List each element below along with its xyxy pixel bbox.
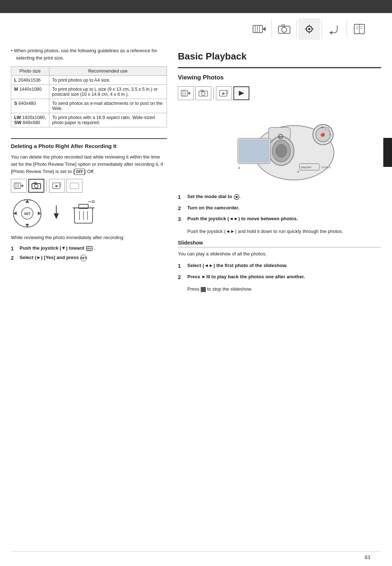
svg-marker-60 [188,92,190,95]
svg-marker-45 [54,213,59,219]
step-text-2: Select (►) [Yes] and press SET. [20,254,167,261]
left-column: When printing photos, use the following … [11,47,167,548]
top-bar [0,0,392,13]
icon-sep-1 [271,20,272,38]
svg-point-77 [276,144,287,157]
mode-icon-other [66,179,82,193]
table-cell-size: M 1440x1080 [11,85,49,99]
svg-rect-66 [201,90,203,91]
icon-sep-2 [297,20,297,38]
trash-svg [69,199,98,228]
svg-marker-1 [262,27,266,31]
table-cell-use: To print photos up to L size (9 x 13 cm,… [49,85,167,99]
svg-text:🔴: 🔴 [320,133,325,137]
delete-steps: 1 Push the joystick (▼) toward . 2 Selec… [11,245,167,262]
svg-rect-59 [181,90,188,96]
viewing-step-text-2: Turn on the camcorder. [187,204,381,212]
mode-icons-delete [11,179,167,193]
svg-text:▲: ▲ [320,126,323,128]
step-num-1: 1 [11,245,17,252]
slideshow-step-num-2: 2 [178,273,185,282]
page-number: 63 [364,554,370,560]
step-text-1: Push the joystick (▼) toward . [20,245,167,252]
mode-icon-playback [49,179,65,193]
slideshow-step-num-1: 1 [178,262,185,270]
camera-illustration: ① ON/OFF POWER ② ③ ▲ 🔴 [178,104,381,187]
table-cell-size: S 640x480 [11,99,49,113]
svg-point-96 [236,196,238,198]
top-icon-back [323,18,345,40]
svg-marker-30 [56,185,58,188]
slideshow-intro: You can play a slideshow of all the phot… [178,250,381,258]
svg-point-53 [92,201,94,203]
svg-rect-79 [240,140,269,162]
icon-sep-4 [347,20,347,38]
viewing-step-text-1: Set the mode dial to . [187,193,381,200]
step-num-2: 2 [11,254,17,262]
top-icons-row [248,18,370,40]
top-icon-movie [248,18,270,40]
delete-step-1: 1 Push the joystick (▼) toward . [11,245,167,252]
svg-marker-72 [239,91,244,96]
svg-text:ON/OFF: ON/OFF [301,166,311,169]
top-icon-settings [298,18,320,40]
slideshow-heading: Slideshow [178,240,381,247]
svg-point-6 [282,27,287,32]
svg-marker-22 [21,184,23,187]
view-mode-play-highlighted [233,86,249,100]
icon-sep-3 [322,20,322,38]
svg-marker-14 [329,31,332,34]
viewing-steps: 1 Set the mode dial to . 2 Turn on the c… [178,193,381,223]
viewing-step-num-2: 2 [178,204,185,213]
table-cell-size: L 2048x1536 [11,76,49,85]
viewing-step-num-1: 1 [178,193,185,201]
viewing-step-2: 2 Turn on the camcorder. [178,204,381,213]
delete-body-text: You can delete the photo recorded last w… [11,153,167,175]
svg-text:③: ③ [238,167,240,170]
table-row: M 1440x1080 To print photos up to L size… [11,85,167,99]
svg-text:POWER: POWER [321,166,331,169]
view-mode-sep [213,87,214,99]
view-mode-photo [195,86,211,100]
diagram-caption: While reviewing the photo immediately af… [11,234,167,241]
basic-playback-title: Basic Playback [178,47,381,68]
photo-size-table: Photo size Recommended use L 2048x1536 T… [11,66,167,127]
viewing-step-num-3: 3 [178,215,185,223]
table-cell-use: To send photos as e-mail attachments or … [49,99,167,113]
svg-rect-0 [253,25,262,33]
table-row: S 640x480 To send photos as e-mail attac… [11,99,167,113]
delete-section-heading: Deleting a Photo Right After Recording I… [11,143,167,150]
view-mode-movie [178,86,194,100]
slideshow-end-text: Press to stop the slideshow. [187,286,381,293]
svg-rect-94 [325,127,329,130]
page-content: When printing photos, use the following … [11,47,381,548]
svg-text:②: ② [297,170,299,173]
viewing-step-text-3: Push the joystick (◄►) to move between p… [187,215,381,222]
svg-point-9 [308,28,310,30]
top-icon-camera [273,18,295,40]
svg-text:SET: SET [24,212,30,216]
svg-point-27 [34,184,38,188]
off-badge: OFF [74,169,85,175]
svg-marker-68 [222,92,225,95]
table-row: L 2048x1536 To print photos up to A4 siz… [11,76,167,85]
table-header-size: Photo size [11,67,49,76]
svg-point-65 [201,92,205,95]
table-cell-use: To print photos up to A4 size. [49,76,167,85]
viewing-sub-text: Push the joystick (◄►) and hold it down … [187,228,381,235]
slideshow-steps: 1 Select (◄►) the first photo of the sli… [178,262,381,281]
svg-rect-34 [70,183,79,189]
slideshow-step-text-1: Select (◄►) the first photo of the slide… [187,262,381,269]
svg-text:①: ① [279,135,281,139]
section-divider-1 [11,138,167,139]
delete-step-2: 2 Select (►) [Yes] and press SET. [11,254,167,262]
viewing-step-1: 1 Set the mode dial to . [178,193,381,201]
table-cell-size: LW 1920x1080,SW 848x480 [11,113,49,127]
viewing-photos-heading: Viewing Photos [178,74,381,81]
table-cell-use: To print photos with a 16:9 aspect ratio… [49,113,167,127]
slideshow-step-1: 1 Select (◄►) the first photo of the sli… [178,262,381,270]
table-row: LW 1920x1080,SW 848x480 To print photos … [11,113,167,127]
bottom-divider [11,551,381,551]
top-icon-book [348,18,370,40]
right-column: Basic Playback Viewing Photos [178,47,381,548]
